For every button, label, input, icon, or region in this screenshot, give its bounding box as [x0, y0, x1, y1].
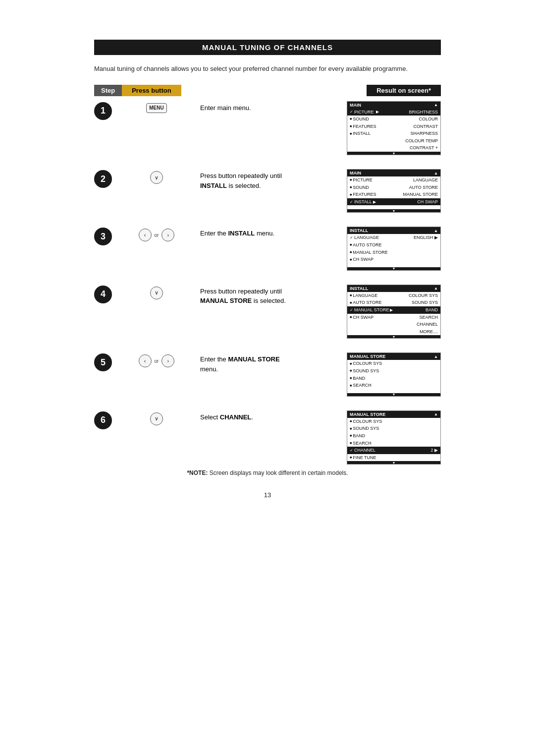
screen-5-row-band: ■BAND — [347, 375, 440, 382]
step-button-5: ‹ or › — [117, 352, 196, 367]
screen-6-row-band: ■BAND — [347, 432, 440, 440]
steps-list: 1 MENU Enter main menu. MAIN ▲ ✓PICTURE … — [94, 101, 441, 465]
screen-2-row-features: ■FEATURES MANUAL STORE — [347, 191, 440, 198]
step-row-6: 6 ∨ Select CHANNEL. MANUAL STORE ▲ ■COLO… — [94, 410, 441, 465]
screen-1-up-arrow: ▲ — [434, 103, 438, 107]
screen-2: MAIN ▲ ■PICTURE LANGUAGE ■SOUND AUTO STO… — [347, 169, 441, 213]
step-button-4: ∨ — [117, 285, 196, 299]
screen-2-footer: ▼ — [347, 209, 440, 212]
column-headers: Step Press button Result on screen* — [94, 85, 441, 96]
result-header: Result on screen* — [367, 85, 441, 96]
step-desc-6: Select CHANNEL. — [200, 410, 299, 422]
intro-text: Manual tuning of channels allows you to … — [94, 64, 441, 74]
step-desc-3: Enter the INSTALL menu. — [200, 227, 299, 238]
screen-1-header: MAIN ▲ — [347, 102, 440, 109]
screen-6: MANUAL STORE ▲ ■COLOUR SYS ■SOUND SYS ■B… — [347, 410, 441, 465]
step-screen-1: MAIN ▲ ✓PICTURE ▶ BRIGHTNESS ■SOUND COLO… — [299, 101, 441, 156]
screen-5-row-colsys: ■COLOUR SYS — [347, 360, 440, 367]
screen-6-row-colsys: ■COLOUR SYS — [347, 418, 440, 425]
screen-3-row-manstore: ■MANUAL STORE — [347, 249, 440, 256]
step-row-2: 2 ∨ Press button repeatedly until INSTAL… — [94, 169, 441, 213]
step-button-6: ∨ — [117, 410, 196, 425]
screen-4-footer: ▼ — [347, 335, 440, 338]
screen-3-header: INSTALL ▲ — [347, 227, 440, 234]
right-button-icon-5: › — [161, 354, 174, 367]
screen-5: MANUAL STORE ▲ ■COLOUR SYS ■SOUND SYS ■B… — [347, 352, 441, 396]
screen-2-row-picture: ■PICTURE LANGUAGE — [347, 176, 440, 184]
screen-1-row-features: ■FEATURES CONTRAST — [347, 123, 440, 130]
note-text: *NOTE: Screen displays may look differen… — [94, 469, 441, 476]
screen-3: INSTALL ▲ ✓LANGUAGE ENGLISH ▶ ■AUTO STOR… — [347, 227, 441, 270]
screen-4-row-autostore: ■AUTO STORE SOUND SYS — [347, 299, 440, 306]
screen-6-row-channel: ✓CHANNEL 2 ▶ — [347, 447, 440, 454]
screen-1-row-picture: ✓PICTURE ▶ BRIGHTNESS — [347, 109, 440, 116]
screen-1-row-coltemp: COLOUR TEMP — [347, 137, 440, 145]
step-number-2: 2 — [94, 170, 112, 188]
step-button-1: MENU — [117, 101, 196, 113]
left-button-icon-3: ‹ — [139, 229, 152, 241]
screen-4: INSTALL ▲ ■LANGUAGE COLOUR SYS ■AUTO STO… — [347, 285, 441, 339]
screen-6-row-search: ■SEARCH — [347, 440, 440, 447]
page-number: 13 — [94, 491, 441, 499]
screen-4-row-language: ■LANGUAGE COLOUR SYS — [347, 292, 440, 299]
screen-3-row-chswap: ■CH SWAP — [347, 256, 440, 263]
left-button-icon-5: ‹ — [139, 354, 152, 367]
screen-4-row-chswap: ■CH SWAP SEARCH — [347, 314, 440, 321]
step-screen-3: INSTALL ▲ ✓LANGUAGE ENGLISH ▶ ■AUTO STOR… — [299, 227, 441, 270]
step-desc-2: Press button repeatedly until INSTALL is… — [200, 169, 299, 190]
screen-5-row-sndsys: ■SOUND SYS — [347, 367, 440, 375]
screen-6-header: MANUAL STORE ▲ — [347, 411, 440, 418]
down-button-icon-2: ∨ — [150, 171, 163, 184]
step-screen-5: MANUAL STORE ▲ ■COLOUR SYS ■SOUND SYS ■B… — [299, 352, 441, 396]
screen-5-header: MANUAL STORE ▲ — [347, 353, 440, 360]
step-header: Step — [94, 85, 122, 96]
screen-6-footer: ▼ — [347, 461, 440, 464]
screen-3-row-autostore: ■AUTO STORE — [347, 241, 440, 249]
step-number-4: 4 — [94, 286, 112, 303]
step-row-4: 4 ∨ Press button repeatedly until MANUAL… — [94, 285, 441, 339]
screen-6-row-finetune: ■FINE TUNE — [347, 454, 440, 462]
step-desc-5: Enter the MANUAL STORE menu. — [200, 352, 299, 374]
screen-1-row-contrast: CONTRAST + — [347, 144, 440, 152]
step-number-1: 1 — [94, 102, 112, 120]
step-number-6: 6 — [94, 411, 112, 429]
press-header: Press button — [122, 85, 181, 96]
step-button-3: ‹ or › — [117, 227, 196, 241]
page: MANUAL TUNING OF CHANNELS Manual tuning … — [74, 0, 461, 756]
step-row-5: 5 ‹ or › Enter the MANUAL STORE menu. MA… — [94, 352, 441, 396]
screen-5-footer: ▼ — [347, 393, 440, 396]
step-row-3: 3 ‹ or › Enter the INSTALL menu. INSTALL… — [94, 227, 441, 270]
screen-4-header: INSTALL ▲ — [347, 285, 440, 292]
step-number-3: 3 — [94, 228, 112, 245]
screen-3-footer: ▼ — [347, 267, 440, 270]
screen-1-row-install: ■INSTALL SHARPNESS — [347, 130, 440, 137]
screen-4-row-channel: CHANNEL — [347, 321, 440, 328]
step-screen-6: MANUAL STORE ▲ ■COLOUR SYS ■SOUND SYS ■B… — [299, 410, 441, 465]
down-button-icon-4: ∨ — [150, 287, 163, 299]
page-title: MANUAL TUNING OF CHANNELS — [94, 40, 441, 55]
menu-button-icon: MENU — [146, 103, 166, 113]
screen-2-header: MAIN ▲ — [347, 170, 440, 176]
screen-1: MAIN ▲ ✓PICTURE ▶ BRIGHTNESS ■SOUND COLO… — [347, 101, 441, 156]
screen-4-row-manstore: ✓MANUAL STORE ▶ BAND — [347, 306, 440, 314]
step-desc-4: Press button repeatedly until MANUAL STO… — [200, 285, 299, 306]
step-screen-4: INSTALL ▲ ■LANGUAGE COLOUR SYS ■AUTO STO… — [299, 285, 441, 339]
screen-2-row-install: ✓INSTALL ▶ CH SWAP — [347, 198, 440, 206]
lr-buttons-5: ‹ or › — [139, 354, 175, 367]
right-button-icon-3: › — [161, 229, 174, 241]
screen-5-row-search: ■SEARCH — [347, 382, 440, 389]
screen-2-row-sound: ■SOUND AUTO STORE — [347, 184, 440, 191]
step-row-1: 1 MENU Enter main menu. MAIN ▲ ✓PICTURE … — [94, 101, 441, 156]
step-button-2: ∨ — [117, 169, 196, 184]
screen-4-row-more: MORE.... — [347, 328, 440, 336]
step-desc-1: Enter main menu. — [200, 101, 299, 113]
screen-1-footer: ▼ — [347, 152, 440, 155]
screen-6-row-sndsys: ■SOUND SYS — [347, 425, 440, 432]
down-button-icon-6: ∨ — [150, 412, 163, 425]
lr-buttons-3: ‹ or › — [139, 229, 175, 241]
step-screen-2: MAIN ▲ ■PICTURE LANGUAGE ■SOUND AUTO STO… — [299, 169, 441, 213]
screen-3-row-language: ✓LANGUAGE ENGLISH ▶ — [347, 234, 440, 241]
step-number-5: 5 — [94, 353, 112, 371]
screen-1-row-sound: ■SOUND COLOUR — [347, 116, 440, 123]
